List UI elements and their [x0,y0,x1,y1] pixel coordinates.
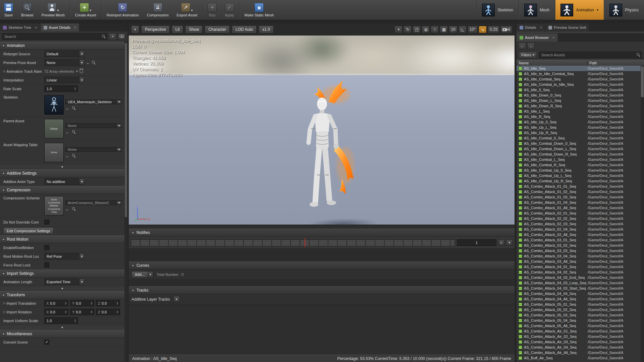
asset-row[interactable]: AS_Idle_Up_R_Seq /Game/Deul_Sword/A [517,130,641,135]
property-visibility-button[interactable] [118,33,125,40]
expand-array-icon[interactable] [3,70,5,73]
asset-row[interactable]: AS_Combo_Attack_03_02_Seq /Game/Deul_Swo… [517,243,641,248]
save-button[interactable]: Save [0,0,17,20]
asset-row[interactable]: AS_Combo_Attack_Air_04_Seq /Game/Deul_Sw… [517,345,641,350]
notifies-timeline-track[interactable] [131,239,455,246]
additive-layer-tracks-dropdown[interactable] [173,296,180,302]
asset-row[interactable]: AS_Idle_Seq /Game/Deul_Sword/A [517,66,641,71]
mode-tab-physics[interactable]: Physics [604,0,644,20]
asset-row[interactable]: AS_Idle_Combat_L_Seq /Game/Deul_Sword/A [517,157,641,162]
skeleton-asset-thumbnail[interactable] [44,95,64,115]
asset-row[interactable]: AS_Combo_Attack_05_04_Seq /Game/Deul_Swo… [517,318,641,323]
tab-details[interactable]: Details [517,23,545,32]
asset-row[interactable]: AS_Combo_Attack_05_All_Seq /Game/Deul_Sw… [517,323,641,328]
asset-row[interactable]: AS_Idle_Down_L_Seq /Game/Deul_Sword/A [517,98,641,103]
scrollbar-thumb[interactable] [641,66,644,97]
add-curve-button[interactable]: Add... [131,271,153,278]
expand-icon[interactable] [3,302,5,305]
mode-tab-animation[interactable]: Animation [555,0,603,20]
close-icon[interactable] [35,26,37,29]
column-name[interactable]: Name [517,60,588,66]
asset-row[interactable]: AS_Idle_Combat_Down_L_Seq /Game/Deul_Swo… [517,146,641,152]
asset-row[interactable]: AS_Combo_Attack_03_All_Seq /Game/Deul_Sw… [517,259,641,264]
scrollbar-thumb[interactable] [125,43,127,217]
tracks-header[interactable]: Tracks [129,286,515,294]
chevron-down-icon[interactable] [597,8,598,12]
translation-z-input[interactable]: Z0.0 [96,300,120,306]
browse-button[interactable]: Browse [17,0,38,20]
chevron-down-icon[interactable] [191,9,193,12]
camera-speed-button[interactable]: 4 [500,26,512,33]
asset-row[interactable]: AS_Combo_Attack_04_02_Seq /Game/Deul_Swo… [517,269,641,275]
force-root-lock-checkbox[interactable] [44,262,49,267]
curves-header[interactable]: Curves [129,261,515,269]
details-search-input[interactable] [2,33,107,40]
asset-list-scrollbar[interactable] [641,66,644,362]
asset-row[interactable]: AS_Combo_Attack_Air_03_Seq /Game/Deul_Sw… [517,339,641,345]
edit-compression-settings-button[interactable]: Edit Compression Settings [3,227,54,234]
close-icon[interactable] [540,26,542,29]
viewport-options-button[interactable] [131,25,139,34]
use-selected-asset-icon[interactable] [65,106,69,111]
asset-row[interactable]: AS_Idle_R_Seq /Game/Deul_Sword/A [517,114,641,119]
asset-row[interactable]: AS_Combo_Attack_Air_02_Seq /Game/Deul_Sw… [517,334,641,339]
do-not-override-checkbox[interactable] [44,220,49,225]
asset-row[interactable]: AS_Combo_Attack_Air_All_Seq /Game/Deul_S… [517,350,641,355]
asset-row[interactable]: AS_Combo_Attack_05_03_Seq /Game/Deul_Swo… [517,312,641,318]
asset-row[interactable]: AS_Combo_Attack_04_01_Seq /Game/Deul_Swo… [517,264,641,269]
asset-search-input[interactable] [539,52,642,58]
find-in-browser-icon[interactable] [72,207,76,211]
trash-icon[interactable] [80,70,83,73]
asset-row[interactable]: AS_Combo_Attack_02_01_Seq /Game/Deul_Swo… [517,210,641,216]
asset-row[interactable]: AS_Combo_Attack_05_02_Seq /Game/Deul_Swo… [517,307,641,312]
asset-row[interactable]: AS_Combo_Attack_02_All_Seq /Game/Deul_Sw… [517,232,641,237]
asset-mapping-thumbnail[interactable]: None [44,143,64,162]
mode-tab-skeleton[interactable]: Skeleton [476,0,519,20]
asset-row[interactable]: AS_Combo_Attack_02_03_Seq /Game/Deul_Swo… [517,221,641,227]
asset-row[interactable]: AS_Combo_Attack_04_03_Loop_Seq /Game/Deu… [517,280,641,286]
track-options-button[interactable] [506,239,513,246]
asset-row[interactable]: AS_Combo_Attack_04_03_Start_Seq /Game/De… [517,286,641,291]
asset-row[interactable]: AS_Combo_Attack_03_03_Seq /Game/Deul_Swo… [517,248,641,253]
make-static-mesh-button[interactable]: Make Static Mesh [240,0,278,20]
mode-tab-mesh[interactable]: Mesh [519,0,555,20]
tab-asset-details[interactable]: Asset Details [41,23,80,32]
rotation-z-input[interactable]: Z0.0 [96,309,120,315]
asset-row[interactable]: AS_Combo_Attack_01_All_Seq /Game/Deul_Sw… [517,205,641,210]
use-selected-asset-icon[interactable] [65,130,69,134]
root-motion-root-lock-dropdown[interactable]: Ref Pose [44,253,85,259]
asset-row[interactable]: AS_Combo_Attack_02_04_Seq /Game/Deul_Swo… [517,227,641,232]
asset-row[interactable]: AS_Idle_to_Idle_Combat_Seq /Game/Deul_Sw… [517,71,641,76]
spinner-arrows-icon[interactable] [73,87,77,90]
preview-pose-dropdown[interactable]: None [44,59,85,66]
asset-mapping-dropdown[interactable]: None [65,147,122,152]
scale-tool-button[interactable] [413,26,421,33]
notify-track-count[interactable]: 1 [457,239,496,246]
compression-scheme-thumbnail[interactable]: Anim Compress Bitwise Compress Only [44,196,64,216]
category-import-settings[interactable]: Import Settings [0,269,124,278]
coordinate-system-button[interactable] [422,26,430,33]
category-additive-settings[interactable]: Additive Settings [0,169,124,177]
asset-row[interactable]: AS_Idle_Combat_Up_R_Seq /Game/Deul_Sword… [517,178,641,184]
asset-row[interactable]: AS_Combo_Attack_03_04_Seq /Game/Deul_Swo… [517,253,641,259]
category-transform[interactable]: Transform [0,291,124,299]
find-in-browser-icon[interactable] [92,61,96,64]
retarget-source-dropdown[interactable]: Default [44,51,85,57]
grid-snap-value[interactable]: 10 [449,26,457,33]
expand-icon[interactable] [3,310,5,313]
parent-asset-thumbnail[interactable]: None [44,119,64,138]
use-selected-asset-icon[interactable] [65,154,69,158]
rotation-y-input[interactable]: Y0.0 [70,309,94,315]
asset-row[interactable]: AS_Idle_Up_0_Seq /Game/Deul_Sword/A [517,119,641,125]
notifies-header[interactable]: Notifies [129,229,515,237]
tab-asset-browser[interactable]: Asset Browser [517,34,558,42]
close-icon[interactable] [552,36,555,39]
playback-speed-button[interactable]: x1.0 [259,25,274,34]
lit-mode-button[interactable]: Lit [172,25,183,34]
asset-row[interactable]: AS_Idle_Combat_0_Seq /Game/Deul_Sword/A [517,135,641,141]
parent-asset-dropdown[interactable]: None [65,123,122,128]
translate-tool-button[interactable] [394,26,402,33]
asset-row[interactable]: AS_Combo_Attack_03_01_Seq /Game/Deul_Swo… [517,237,641,243]
splitter[interactable] [129,225,515,229]
column-path[interactable]: Path [588,60,644,66]
